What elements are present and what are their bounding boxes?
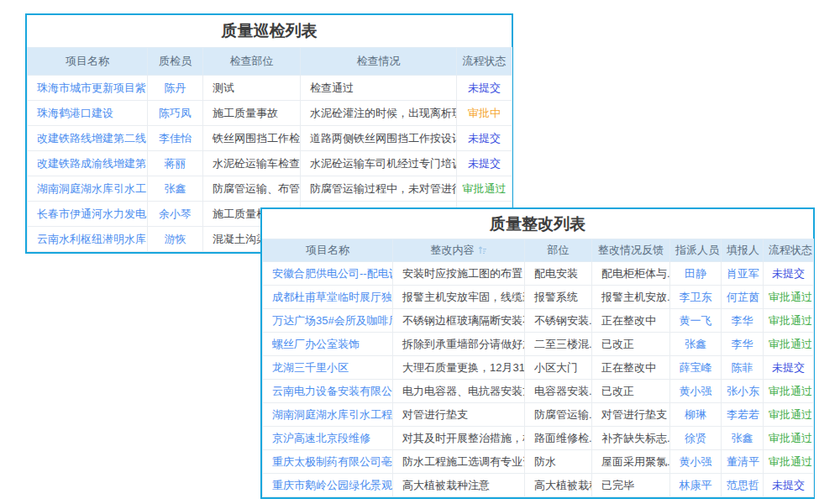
quality-rectification-panel: 质量整改列表 项目名称 整改内容 部位 整改情况反馈 指派人员 填报人 流程状态… bbox=[260, 207, 815, 499]
reporter-link[interactable]: 范思哲 bbox=[722, 474, 764, 497]
reporter-link[interactable]: 张小东 bbox=[722, 380, 764, 403]
project-name-link[interactable]: 龙湖三千里小区 bbox=[263, 356, 393, 380]
part-cell: 电容器安装... bbox=[525, 380, 592, 403]
feedback-cell: 正在整改中 bbox=[592, 309, 670, 333]
project-name-link[interactable]: 成都杜甫草堂临时展厅独立展... bbox=[263, 286, 393, 309]
assignee-link[interactable]: 黄一飞 bbox=[670, 309, 722, 333]
feedback-cell: 报警主机安放... bbox=[592, 286, 670, 309]
project-name-link[interactable]: 京沪高速北京段维修 bbox=[263, 427, 393, 450]
part-cell: 不锈钢安装... bbox=[525, 309, 592, 333]
reporter-link[interactable]: 陈菲 bbox=[722, 356, 764, 380]
project-name-link[interactable]: 珠海鹤港口建设 bbox=[28, 101, 148, 126]
check-part-cell: 测试 bbox=[203, 76, 301, 101]
content-cell: 对管进行垫支 bbox=[393, 403, 525, 427]
project-name-link[interactable]: 安徽合肥供电公司--配电设备... bbox=[263, 262, 393, 286]
reporter-link[interactable]: 何芷茵 bbox=[722, 286, 764, 309]
status-badge: 审批通过 bbox=[764, 309, 814, 333]
inspector-link[interactable]: 李佳怡 bbox=[148, 126, 203, 151]
table-row: 珠海市城市更新项目紫... 陈丹 测试 检查通过 未提交 bbox=[28, 76, 512, 101]
inspector-link[interactable]: 游恢 bbox=[148, 227, 203, 252]
col-header-project: 项目名称 bbox=[263, 239, 393, 262]
check-part-cell: 水泥砼运输车检查 bbox=[203, 151, 301, 176]
assignee-link[interactable]: 林康平 bbox=[670, 474, 722, 497]
project-name-link[interactable]: 湖南洞庭湖水库引水工程施工标 bbox=[263, 403, 393, 427]
project-name-link[interactable]: 重庆太极制药有限公司亳州中... bbox=[263, 450, 393, 474]
check-part-cell: 施工质量事故 bbox=[203, 101, 301, 126]
part-cell: 路面维修检... bbox=[525, 427, 592, 450]
reporter-link[interactable]: 张鑫 bbox=[722, 427, 764, 450]
check-situation-cell: 水泥砼运输车司机经过专门培训... bbox=[301, 151, 457, 176]
project-name-link[interactable]: 螺丝厂办公室装饰 bbox=[263, 333, 393, 356]
status-badge: 审批通过 bbox=[764, 380, 814, 403]
content-cell: 电力电容器、电抗器安装方案,... bbox=[393, 380, 525, 403]
assignee-link[interactable]: 黄小强 bbox=[670, 450, 722, 474]
status-badge: 未提交 bbox=[457, 126, 512, 151]
table-row: 重庆太极制药有限公司亳州中... 防水工程施工选调有专业资质... 防水 屋面采… bbox=[263, 450, 814, 474]
part-cell: 配电安装 bbox=[525, 262, 592, 286]
table-row: 改建铁路成渝线增建第... 蒋丽 水泥砼运输车检查 水泥砼运输车司机经过专门培训… bbox=[28, 151, 512, 176]
project-name-link[interactable]: 改建铁路线增建第二线... bbox=[28, 126, 148, 151]
content-cell: 大理石质量更换，12月31日之... bbox=[393, 356, 525, 380]
status-badge: 审批通过 bbox=[764, 333, 814, 356]
feedback-cell: 已改正 bbox=[592, 333, 670, 356]
part-cell: 防水 bbox=[525, 450, 592, 474]
table-header-row: 项目名称 质检员 检查部位 检查情况 流程状态 bbox=[28, 48, 512, 76]
assignee-link[interactable]: 田静 bbox=[670, 262, 722, 286]
status-badge: 未提交 bbox=[764, 474, 814, 497]
check-situation-cell: 防腐管运输过程中，未对管进行... bbox=[301, 176, 457, 202]
project-name-link[interactable]: 湖南洞庭湖水库引水工... bbox=[28, 176, 148, 202]
reporter-link[interactable]: 肖亚军 bbox=[722, 262, 764, 286]
project-name-link[interactable]: 云南水利枢纽潜明水库... bbox=[28, 227, 148, 252]
inspector-link[interactable]: 余小琴 bbox=[148, 202, 203, 227]
check-part-cell: 防腐管运输、布管 bbox=[203, 176, 301, 202]
col-header-assignee: 指派人员 bbox=[670, 239, 722, 262]
reporter-link[interactable]: 李华 bbox=[722, 333, 764, 356]
status-badge: 审批通过 bbox=[764, 403, 814, 427]
feedback-cell: 补齐缺失标志... bbox=[592, 427, 670, 450]
status-badge: 审批通过 bbox=[764, 286, 814, 309]
status-badge: 审批通过 bbox=[457, 176, 512, 202]
reporter-link[interactable]: 董清平 bbox=[722, 450, 764, 474]
inspector-link[interactable]: 陈丹 bbox=[148, 76, 203, 101]
reporter-link[interactable]: 李若若 bbox=[722, 403, 764, 427]
table-row: 云南电力设备安装有限公司20... 电力电容器、电抗器安装方案,... 电容器安… bbox=[263, 380, 814, 403]
table-row: 改建铁路线增建第二线... 李佳怡 铁丝网围挡工作检查 道路两侧铁丝网围挡工作按… bbox=[28, 126, 512, 151]
inspector-link[interactable]: 陈巧凤 bbox=[148, 101, 203, 126]
page-title: 质量整改列表 bbox=[262, 209, 813, 239]
table-row: 湖南洞庭湖水库引水工... 张鑫 防腐管运输、布管 防腐管运输过程中，未对管进行… bbox=[28, 176, 512, 202]
assignee-link[interactable]: 柳琳 bbox=[670, 403, 722, 427]
assignee-link[interactable]: 张鑫 bbox=[670, 333, 722, 356]
col-header-part: 部位 bbox=[525, 239, 592, 262]
assignee-link[interactable]: 李卫东 bbox=[670, 286, 722, 309]
project-name-link[interactable]: 改建铁路成渝线增建第... bbox=[28, 151, 148, 176]
status-badge: 未提交 bbox=[764, 356, 814, 380]
content-cell: 高大植被栽种注意 bbox=[393, 474, 525, 497]
table-row: 珠海鹤港口建设 陈巧凤 施工质量事故 水泥砼灌注的时候，出现离析现象 审批中 bbox=[28, 101, 512, 126]
col-header-check-situation: 检查情况 bbox=[301, 48, 457, 76]
inspector-link[interactable]: 张鑫 bbox=[148, 176, 203, 202]
status-badge: 审批中 bbox=[457, 101, 512, 126]
feedback-cell: 配电柜柜体与... bbox=[592, 262, 670, 286]
table-row: 湖南洞庭湖水库引水工程施工标 对管进行垫支 防腐管运输... 对管进行垫支 柳琳… bbox=[263, 403, 814, 427]
project-name-link[interactable]: 万达广场35#会所及咖啡厅空... bbox=[263, 309, 393, 333]
feedback-cell: 对管进行垫支 bbox=[592, 403, 670, 427]
assignee-link[interactable]: 薛宝峰 bbox=[670, 356, 722, 380]
assignee-link[interactable]: 黄小强 bbox=[670, 380, 722, 403]
inspector-link[interactable]: 蒋丽 bbox=[148, 151, 203, 176]
project-name-link[interactable]: 云南电力设备安装有限公司20... bbox=[263, 380, 393, 403]
assignee-link[interactable]: 徐贤 bbox=[670, 427, 722, 450]
col-header-content[interactable]: 整改内容 bbox=[393, 239, 525, 262]
col-header-status: 流程状态 bbox=[457, 48, 512, 76]
feedback-cell: 屋面采用聚氯... bbox=[592, 450, 670, 474]
project-name-link[interactable]: 重庆市鹅岭公园绿化景观提升... bbox=[263, 474, 393, 497]
part-cell: 报警系统 bbox=[525, 286, 592, 309]
content-cell: 拆除到承重墙部分请做好加固... bbox=[393, 333, 525, 356]
sort-amount-icon[interactable] bbox=[478, 245, 487, 255]
part-cell: 防腐管运输... bbox=[525, 403, 592, 427]
reporter-link[interactable]: 李华 bbox=[722, 309, 764, 333]
check-situation-cell: 道路两侧铁丝网围挡工作按设计... bbox=[301, 126, 457, 151]
project-name-link[interactable]: 长春市伊通河水力发电... bbox=[28, 202, 148, 227]
table-row: 万达广场35#会所及咖啡厅空... 不锈钢边框玻璃隔断安装不牢... 不锈钢安装… bbox=[263, 309, 814, 333]
table-row: 京沪高速北京段维修 对其及时开展整治措施，桥头... 路面维修检... 补齐缺失… bbox=[263, 427, 814, 450]
project-name-link[interactable]: 珠海市城市更新项目紫... bbox=[28, 76, 148, 101]
